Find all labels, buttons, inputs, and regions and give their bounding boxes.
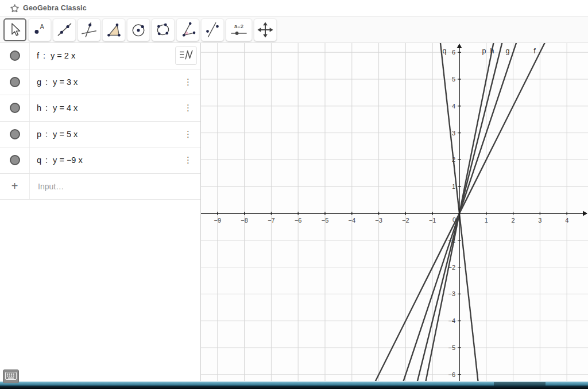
y-tick-label: −3	[448, 290, 455, 297]
function-line-q[interactable]	[201, 43, 588, 381]
x-tick-label: −4	[349, 217, 356, 224]
algebra-row-p: p:y = 5 x ⋮	[0, 122, 200, 148]
tool-move[interactable]	[3, 18, 26, 41]
perpendicular-line-icon	[79, 20, 99, 40]
equation-text[interactable]: g:y = 3 x	[37, 77, 78, 87]
x-tick-label: −7	[268, 217, 275, 224]
point-icon: A	[30, 20, 49, 40]
origin-label: 0	[452, 216, 456, 223]
line-label-h[interactable]: h	[490, 47, 494, 55]
visibility-marble[interactable]	[10, 103, 20, 113]
tool-point[interactable]: A	[28, 18, 51, 41]
tool-angle[interactable]	[176, 18, 199, 41]
tool-circle-with-center[interactable]	[127, 18, 150, 41]
algebra-row-g: g:y = 3 x ⋮	[0, 69, 200, 96]
x-tick-label: 4	[565, 217, 568, 224]
x-tick-label: 1	[485, 217, 488, 224]
reflect-about-line-icon	[203, 20, 222, 40]
function-line-g[interactable]	[201, 43, 588, 381]
graphics-svg: −9−8−7−6−5−4−3−2−101234654321−1−2−3−4−5−…	[201, 43, 588, 381]
tool-line[interactable]	[53, 18, 76, 41]
equation-text[interactable]: p:y = 5 x	[37, 130, 78, 139]
kebab-menu-icon[interactable]: ⋮	[179, 154, 197, 166]
line-label-g[interactable]: g	[506, 47, 510, 55]
y-tick-label: −1	[448, 237, 455, 244]
titlebar: GeoGebra Classic	[0, 0, 588, 17]
function-line-p[interactable]	[201, 43, 588, 381]
app-title: GeoGebra Classic	[23, 4, 87, 12]
x-tick-label: −5	[322, 217, 329, 224]
visibility-marble[interactable]	[10, 155, 20, 165]
tool-perpendicular-line[interactable]	[78, 18, 100, 41]
plus-icon[interactable]: +	[11, 180, 18, 193]
move-graphics-view-icon	[256, 20, 275, 40]
move-cursor-icon	[5, 20, 25, 40]
y-tick-label: −5	[448, 344, 455, 351]
equation-text[interactable]: f:y = 2 x	[37, 51, 75, 60]
visibility-marble[interactable]	[10, 129, 20, 139]
y-tick-label: −2	[448, 264, 455, 271]
tool-slider[interactable]: a=2	[226, 18, 252, 41]
visibility-marble[interactable]	[10, 77, 20, 87]
line-label-p[interactable]: p	[482, 47, 486, 55]
virtual-keyboard-button[interactable]	[3, 369, 19, 383]
algebra-settings-icon	[178, 49, 194, 63]
x-tick-label: −2	[402, 217, 409, 224]
tool-move-graphics-view[interactable]	[254, 18, 277, 41]
algebra-row-h: h:y = 4 x ⋮	[0, 95, 200, 122]
x-tick-label: −8	[241, 217, 248, 224]
svg-text:A: A	[40, 24, 44, 30]
os-taskbar[interactable]	[0, 381, 588, 389]
line-label-f[interactable]: f	[533, 47, 536, 55]
graphics-view[interactable]: −9−8−7−6−5−4−3−2−101234654321−1−2−3−4−5−…	[201, 43, 588, 381]
y-tick-label: −4	[448, 317, 455, 324]
line-label-q[interactable]: q	[443, 47, 447, 55]
angle-icon	[178, 20, 198, 40]
visibility-marble[interactable]	[10, 50, 20, 61]
svg-text:a=2: a=2	[234, 24, 243, 29]
function-line-h[interactable]	[201, 43, 588, 381]
tool-reflect-about-line[interactable]	[201, 18, 224, 41]
conic-through-points-icon	[153, 20, 173, 40]
y-tick-label: 3	[452, 130, 455, 137]
equation-text[interactable]: h:y = 4 x	[37, 103, 78, 112]
y-tick-label: 5	[452, 76, 455, 83]
slider-icon: a=2	[227, 20, 250, 40]
toolbar: A	[0, 17, 588, 43]
x-tick-label: −6	[295, 217, 302, 224]
taskbar-base	[0, 386, 588, 389]
y-axis-arrow	[457, 44, 462, 48]
algebra-settings-button[interactable]	[175, 46, 197, 65]
geogebra-logo-icon	[10, 4, 19, 13]
y-tick-label: 1	[452, 183, 455, 190]
kebab-menu-icon[interactable]: ⋮	[179, 128, 197, 140]
algebra-row-f: f:y = 2 x	[0, 43, 200, 69]
x-tick-label: 3	[538, 217, 541, 224]
y-tick-label: 2	[452, 156, 455, 163]
x-tick-label: 2	[512, 217, 515, 224]
tool-polygon[interactable]	[102, 18, 125, 41]
function-line-f[interactable]	[201, 43, 588, 381]
x-tick-label: −3	[375, 217, 382, 224]
line-icon	[55, 20, 74, 40]
y-tick-label: 4	[452, 103, 455, 110]
equation-text[interactable]: q:y = −9 x	[37, 155, 83, 165]
algebra-view: f:y = 2 x	[0, 43, 201, 381]
algebra-input[interactable]	[37, 181, 183, 192]
x-axis-arrow	[583, 211, 587, 216]
tool-conic-through-points[interactable]	[152, 18, 175, 41]
x-tick-label: −1	[429, 217, 436, 224]
circle-with-center-icon	[129, 20, 148, 40]
kebab-menu-icon[interactable]: ⋮	[179, 102, 197, 114]
kebab-menu-icon[interactable]: ⋮	[179, 76, 197, 88]
polygon-icon	[104, 20, 123, 40]
y-tick-label: −6	[448, 371, 455, 378]
x-tick-label: −9	[214, 217, 222, 224]
algebra-row-q: q:y = −9 x ⋮	[0, 147, 200, 174]
geogebra-app: GeoGebra Classic A	[0, 0, 588, 389]
y-tick-label: 6	[452, 49, 455, 56]
keyboard-icon	[5, 372, 17, 382]
algebra-input-row: +	[0, 174, 200, 200]
